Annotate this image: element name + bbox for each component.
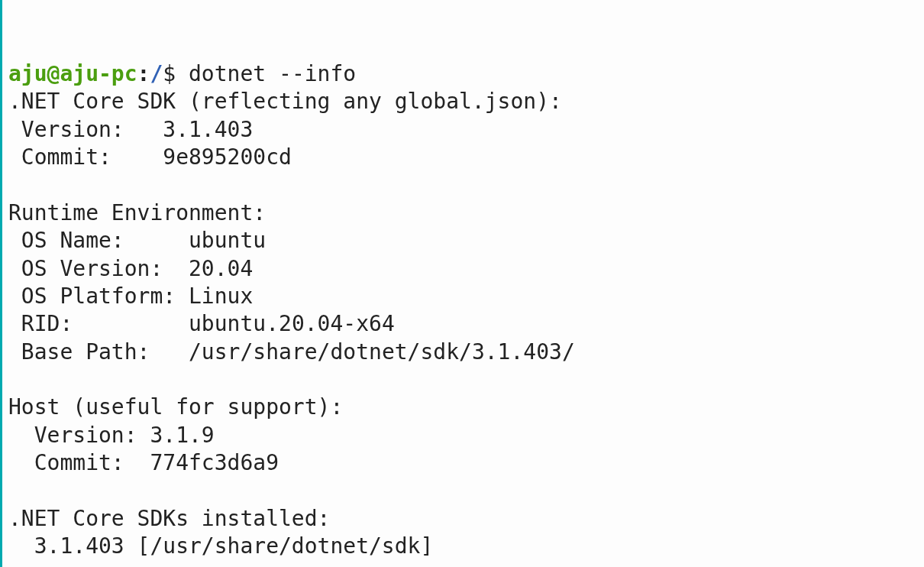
runtime-env-header: Runtime Environment: [8,200,266,225]
base-path-value: /usr/share/dotnet/sdk/3.1.403/ [189,339,575,364]
rid-value: ubuntu.20.04-x64 [189,311,395,336]
terminal-output[interactable]: aju@aju-pc:/$ dotnet --info .NET Core SD… [8,60,924,567]
command-text: dotnet --info [189,61,356,86]
sdk-version-value: 3.1.403 [163,117,253,142]
os-platform-value: Linux [189,284,253,309]
host-version-label: Version: [8,423,150,448]
prompt-separator: : [137,61,150,86]
sdk-commit-label: Commit: [8,144,163,170]
host-commit-value: 774fc3d6a9 [150,450,279,475]
os-name-value: ubuntu [189,228,266,253]
base-path-label: Base Path: [8,339,189,364]
sdk-commit-value: 9e895200cd [163,144,292,170]
prompt-user-host: aju@aju-pc [8,61,137,86]
host-version-value: 3.1.9 [150,423,214,448]
sdk-header: .NET Core SDK (reflecting any global.jso… [8,89,562,114]
prompt-path: / [150,61,163,86]
sdk-version-label: Version: [8,117,163,142]
sdks-installed-header: .NET Core SDKs installed: [8,506,330,531]
sdks-installed-line: 3.1.403 [/usr/share/dotnet/sdk] [8,533,433,559]
host-header: Host (useful for support): [8,394,343,420]
os-name-label: OS Name: [8,228,189,253]
os-version-label: OS Version: [8,256,189,281]
rid-label: RID: [8,311,189,336]
os-version-value: 20.04 [189,256,253,281]
prompt-line: aju@aju-pc:/$ dotnet --info [8,61,356,86]
os-platform-label: OS Platform: [8,284,189,309]
host-commit-label: Commit: [8,450,150,475]
prompt-symbol: $ [163,61,189,86]
